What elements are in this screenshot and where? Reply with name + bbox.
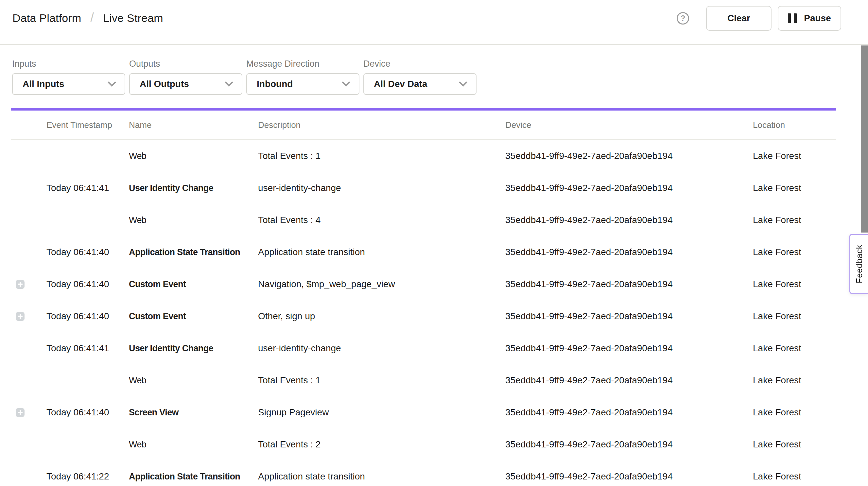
table-row[interactable]: Today 06:41:41User Identity Changeuser-i… [11,172,836,204]
accent-divider [11,108,836,111]
clear-button[interactable]: Clear [706,6,772,31]
table-body: WebTotal Events : 135eddb41-9ff9-49e2-7a… [11,140,836,486]
event-name: Custom Event [129,279,258,290]
event-name: Web [129,215,258,225]
table-header-row: Event Timestamp Name Description Device … [11,111,836,140]
filter-outputs: Outputs All Outputs [129,59,242,95]
table-row[interactable]: WebTotal Events : 435eddb41-9ff9-49e2-7a… [11,204,836,236]
expand-cell [11,280,36,289]
column-header-event-timestamp: Event Timestamp [36,120,129,130]
top-bar: Data Platform / Live Stream ? Clear Paus… [0,0,868,45]
table-row[interactable]: WebTotal Events : 135eddb41-9ff9-49e2-7a… [11,364,836,396]
expand-plus-icon[interactable] [16,312,25,321]
filter-label: Device [363,59,476,69]
table-row[interactable]: Today 06:41:41User Identity Changeuser-i… [11,332,836,364]
pause-icon [788,13,797,23]
table-row[interactable]: WebTotal Events : 235eddb41-9ff9-49e2-7a… [11,428,836,460]
column-header-device: Device [505,120,753,130]
event-device: 35eddb41-9ff9-49e2-7aed-20afa90eb194 [505,279,753,290]
topbar-actions: ? Clear Pause [677,6,841,31]
chevron-down-icon [107,82,116,87]
event-description: user-identity-change [258,183,505,193]
event-description: Application state transition [258,471,505,482]
event-timestamp: Today 06:41:40 [36,247,129,257]
event-description: user-identity-change [258,343,505,354]
table-row[interactable]: Today 06:41:40Custom EventOther, sign up… [11,300,836,332]
event-device: 35eddb41-9ff9-49e2-7aed-20afa90eb194 [505,215,753,225]
event-timestamp: Today 06:41:41 [36,343,129,354]
event-timestamp: Today 06:41:40 [36,279,129,290]
chevron-down-icon [459,82,467,87]
event-timestamp: Today 06:41:22 [36,471,129,482]
event-device: 35eddb41-9ff9-49e2-7aed-20afa90eb194 [505,343,753,354]
expand-cell [11,312,36,321]
filter-label: Message Direction [246,59,360,69]
event-location: Lake Forest [753,375,836,386]
breadcrumb-separator: / [90,10,94,25]
chevron-down-icon [342,82,350,87]
chevron-down-icon [225,82,233,87]
event-description: Total Events : 4 [258,215,505,225]
event-name: Application State Transition [129,247,258,257]
filter-message-direction: Message Direction Inbound [246,59,360,95]
event-description: Total Events : 1 [258,151,505,161]
column-header-description: Description [258,120,505,130]
table-row[interactable]: Today 06:41:40Application State Transiti… [11,236,836,268]
event-location: Lake Forest [753,471,836,482]
message-direction-select[interactable]: Inbound [246,73,360,95]
event-description: Total Events : 1 [258,375,505,386]
table-row[interactable]: WebTotal Events : 135eddb41-9ff9-49e2-7a… [11,140,836,172]
event-device: 35eddb41-9ff9-49e2-7aed-20afa90eb194 [505,247,753,257]
event-location: Lake Forest [753,407,836,418]
filter-device: Device All Dev Data [363,59,476,95]
event-name: User Identity Change [129,183,258,193]
table-row[interactable]: Today 06:41:22Application State Transiti… [11,460,836,486]
inputs-select[interactable]: All Inputs [12,73,125,95]
event-name: Custom Event [129,311,258,322]
expand-plus-icon[interactable] [16,280,25,289]
feedback-tab-label: Feedback [854,245,864,283]
event-description: Signup Pageview [258,407,505,418]
breadcrumb-parent[interactable]: Data Platform [12,12,81,25]
event-description: Other, sign up [258,311,505,322]
event-name: Web [129,151,258,161]
event-device: 35eddb41-9ff9-49e2-7aed-20afa90eb194 [505,375,753,386]
event-location: Lake Forest [753,183,836,193]
help-icon[interactable]: ? [677,12,689,25]
event-name: Web [129,375,258,386]
clear-button-label: Clear [727,13,750,24]
event-location: Lake Forest [753,343,836,354]
filter-bar: Inputs All Inputs Outputs All Outputs Me… [0,45,868,95]
event-location: Lake Forest [753,439,836,450]
event-description: Navigation, $mp_web_page_view [258,279,505,290]
table-row[interactable]: Today 06:41:40Screen ViewSignup Pageview… [11,396,836,428]
event-description: Application state transition [258,247,505,257]
event-device: 35eddb41-9ff9-49e2-7aed-20afa90eb194 [505,439,753,450]
event-device: 35eddb41-9ff9-49e2-7aed-20afa90eb194 [505,311,753,322]
vertical-scrollbar-thumb[interactable] [861,45,868,233]
event-name: Application State Transition [129,472,258,482]
pause-button[interactable]: Pause [778,6,841,31]
expand-plus-icon[interactable] [16,408,25,417]
page-title: Live Stream [103,12,163,25]
breadcrumb: Data Platform / Live Stream [12,11,163,25]
event-timestamp: Today 06:41:40 [36,407,129,418]
event-device: 35eddb41-9ff9-49e2-7aed-20afa90eb194 [505,471,753,482]
event-name: User Identity Change [129,343,258,354]
feedback-tab[interactable]: Feedback [849,234,868,294]
event-device: 35eddb41-9ff9-49e2-7aed-20afa90eb194 [505,183,753,193]
event-location: Lake Forest [753,311,836,322]
expand-cell [11,408,36,417]
event-location: Lake Forest [753,279,836,290]
event-location: Lake Forest [753,215,836,225]
table-row[interactable]: Today 06:41:40Custom EventNavigation, $m… [11,268,836,300]
pause-button-label: Pause [804,13,831,24]
event-location: Lake Forest [753,151,836,161]
filter-inputs: Inputs All Inputs [12,59,125,95]
event-device: 35eddb41-9ff9-49e2-7aed-20afa90eb194 [505,151,753,161]
device-select[interactable]: All Dev Data [363,73,476,95]
message-direction-select-value: Inbound [257,79,293,89]
event-name: Web [129,439,258,450]
inputs-select-value: All Inputs [23,79,64,89]
outputs-select[interactable]: All Outputs [129,73,242,95]
